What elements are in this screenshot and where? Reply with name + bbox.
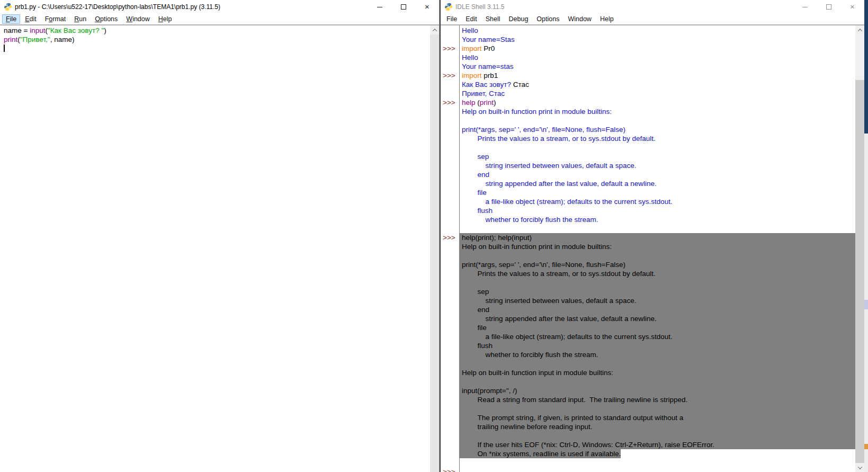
background-window-navy-area <box>864 0 868 133</box>
shell-line-text: Your name=stas <box>460 62 855 71</box>
shell-line-text: print(*args, sep=' ', end='\n', file=Non… <box>460 260 855 269</box>
background-window-sliver <box>864 0 868 472</box>
shell-prompt-gutter <box>441 332 460 341</box>
close-icon: × <box>850 4 855 10</box>
shell-prompt-gutter <box>441 161 460 170</box>
shell-line-text: flush <box>460 206 855 215</box>
close-button[interactable]: × <box>840 0 864 14</box>
shell-output: HelloYour name=Stas>>>import Pr0HelloYou… <box>441 26 855 472</box>
scrollbar-thumb[interactable] <box>430 34 439 472</box>
shell-line-text <box>460 143 855 152</box>
close-icon: × <box>425 4 429 10</box>
maximize-button[interactable] <box>817 0 840 14</box>
menu-item-file[interactable]: File <box>2 14 20 24</box>
shell-prompt-gutter <box>441 341 460 350</box>
shell-prompt-gutter <box>441 116 460 125</box>
shell-prompt-gutter <box>441 359 460 368</box>
shell-prompt-gutter <box>441 278 460 287</box>
shell-line-text <box>460 467 855 472</box>
shell-prompt-gutter <box>441 449 460 458</box>
shell-prompt-gutter <box>441 53 460 62</box>
menu-item-edit[interactable]: Edit <box>462 14 481 24</box>
shell-line: Read a string from standard input. The t… <box>441 395 855 404</box>
minimize-icon <box>802 7 808 7</box>
minimize-button[interactable] <box>793 0 817 14</box>
shell-line: Привет, Стас <box>441 89 855 98</box>
shell-titlebar[interactable]: IDLE Shell 3.11.5 × <box>441 0 864 14</box>
shell-line-text: Как Вас зовут? Стас <box>460 80 855 89</box>
menu-item-edit[interactable]: Edit <box>21 14 40 24</box>
shell-line-text: file <box>460 323 855 332</box>
scroll-up-button[interactable] <box>430 25 439 34</box>
shell-line: string appended after the last value, de… <box>441 179 855 188</box>
shell-line-text: help(print); help(input) <box>460 233 855 242</box>
menu-item-run[interactable]: Run <box>70 14 90 24</box>
shell-scrollbar[interactable] <box>855 25 864 472</box>
shell-prompt-gutter <box>441 305 460 314</box>
shell-line: Your name=Stas <box>441 35 855 44</box>
shell-line-text: Prints the values to a stream, or to sys… <box>460 134 855 143</box>
scroll-up-button[interactable] <box>855 25 864 34</box>
menu-item-help[interactable]: Help <box>596 14 618 24</box>
shell-line <box>441 143 855 152</box>
editor-code: name = input("Как Вас зовут? ")print("Пр… <box>0 26 429 472</box>
menu-item-help[interactable]: Help <box>155 14 176 24</box>
shell-line-text <box>460 359 855 368</box>
shell-prompt-gutter <box>441 170 460 179</box>
shell-line-text: flush <box>460 341 855 350</box>
shell-prompt-gutter <box>441 125 460 134</box>
shell-line-text <box>460 278 855 287</box>
maximize-button[interactable] <box>391 0 415 14</box>
shell-prompt-gutter <box>441 224 460 233</box>
menu-item-window[interactable]: Window <box>122 14 153 24</box>
shell-line: flush <box>441 341 855 350</box>
shell-prompt-gutter <box>441 35 460 44</box>
shell-line-text: Prints the values to a stream, or to sys… <box>460 269 855 278</box>
shell-line: input(prompt='', /) <box>441 386 855 395</box>
shell-line: >>>help(print); help(input) <box>441 233 855 242</box>
close-button[interactable]: × <box>415 0 439 14</box>
minimize-button[interactable] <box>368 0 391 14</box>
menu-item-format[interactable]: Format <box>41 14 70 24</box>
menu-item-window[interactable]: Window <box>564 14 595 24</box>
menu-item-debug[interactable]: Debug <box>505 14 532 24</box>
menu-item-options[interactable]: Options <box>533 14 563 24</box>
scrollbar-thumb[interactable] <box>855 80 864 463</box>
shell-line <box>441 278 855 287</box>
shell-line-text <box>460 224 855 233</box>
menu-item-options[interactable]: Options <box>91 14 121 24</box>
shell-line: Help on built-in function input in modul… <box>441 368 855 377</box>
shell-prompt-gutter <box>441 215 460 224</box>
menu-item-shell[interactable]: Shell <box>482 14 504 24</box>
editor-text-area[interactable]: name = input("Как Вас зовут? ")print("Пр… <box>0 25 439 472</box>
editor-titlebar[interactable]: prb1.py - C:\Users\u522-17\Desktop\pytho… <box>0 0 439 14</box>
code-line: name = input("Как Вас зовут? ") <box>0 26 429 35</box>
shell-line-text: whether to forcibly flush the stream. <box>460 215 855 224</box>
shell-prompt: >>> <box>441 71 460 80</box>
shell-line: file <box>441 188 855 197</box>
shell-line-text <box>460 431 855 440</box>
editor-scrollbar[interactable] <box>430 25 439 472</box>
menu-item-file[interactable]: File <box>443 14 461 24</box>
shell-prompt-gutter <box>441 296 460 305</box>
shell-line: string inserted between values, default … <box>441 296 855 305</box>
shell-line-text: input(prompt='', /) <box>460 386 855 395</box>
shell-line: end <box>441 170 855 179</box>
shell-text-area[interactable]: HelloYour name=Stas>>>import Pr0HelloYou… <box>441 25 864 472</box>
shell-line-text: trailing newline before reading input. <box>460 422 855 431</box>
shell-line-text: On *nix systems, readline is used if ava… <box>460 449 621 458</box>
shell-prompt-gutter <box>441 350 460 359</box>
shell-line-text: file <box>460 188 855 197</box>
scroll-down-button[interactable] <box>855 463 864 472</box>
shell-line-text: import prb1 <box>460 71 855 80</box>
chevron-up-icon <box>857 29 862 33</box>
shell-line-text: print(*args, sep=' ', end='\n', file=Non… <box>460 125 855 134</box>
shell-prompt-gutter <box>441 377 460 386</box>
shell-line-text: string appended after the last value, de… <box>460 314 855 323</box>
shell-line: Как Вас зовут? Стас <box>441 80 855 89</box>
shell-prompt: >>> <box>441 233 460 242</box>
shell-prompt-gutter <box>441 386 460 395</box>
shell-line-text: The prompt string, if given, is printed … <box>460 413 855 422</box>
shell-prompt-gutter <box>441 260 460 269</box>
shell-line-text: sep <box>460 287 855 296</box>
